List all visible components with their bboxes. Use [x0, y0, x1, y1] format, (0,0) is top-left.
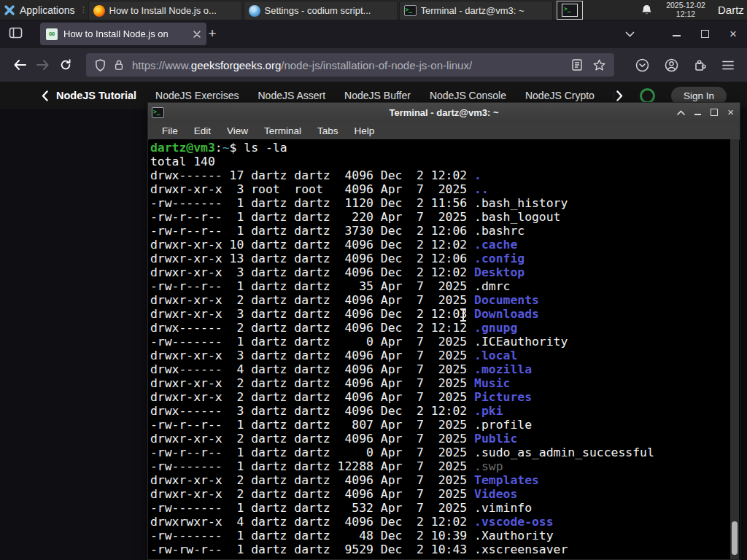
window-controls [625, 20, 747, 48]
extensions-icon[interactable] [694, 58, 707, 71]
terminal-text: -rw------- 1 dartz dartz 1120 Dec 2 11:5… [150, 196, 568, 210]
bookmark-star-icon[interactable] [593, 59, 605, 71]
clock-time: 12:12 [676, 10, 695, 19]
terminal-line: -rw------- 1 dartz dartz 0 Apr 7 2025 .I… [150, 335, 730, 349]
directory-name: Documents [474, 293, 539, 307]
terminal-text: -rw-rw-r-- 1 dartz dartz 9529 Dec 2 10:4… [150, 542, 568, 556]
scrollbar-thumb[interactable] [732, 521, 738, 555]
terminal-menu-terminal[interactable]: Terminal [256, 125, 309, 136]
forward-arrow-icon [36, 60, 49, 70]
terminal-text: drwx------ 3 dartz dartz 4096 Dec 2 12:0… [150, 404, 474, 418]
browser-tab-bar: How to Install Node.js on [0, 20, 747, 48]
terminal-line: -rw------- 1 dartz dartz 12288 Apr 7 202… [150, 459, 730, 473]
terminal-text: drwxr-xr-x 2 dartz dartz 4096 Apr 7 2025 [150, 293, 474, 307]
user-menu[interactable]: Dartz [718, 4, 744, 16]
taskbar-window-button[interactable]: How to Install Node.js o... [88, 1, 242, 20]
forward-button[interactable] [31, 54, 54, 77]
terminal-menubar: FileEditViewTerminalTabsHelp [148, 122, 740, 140]
terminal-output[interactable]: dartz@vm3:~$ ls -latotal 140drwx------ 1… [149, 139, 730, 559]
terminal-close-button[interactable] [727, 107, 734, 117]
url-bar[interactable]: https://www.geeksforgeeks.org/node-js/in… [86, 53, 614, 77]
terminal-menu-view[interactable]: View [219, 125, 256, 136]
search-icon[interactable] [640, 88, 655, 104]
nav-link[interactable]: NodeJS Crypto [525, 90, 595, 101]
terminal-shade-button[interactable] [677, 110, 685, 115]
nav-prev-chevron-icon[interactable] [42, 90, 48, 101]
terminal-text: drwx------ 2 dartz dartz 4096 Dec 2 12:1… [150, 321, 474, 335]
reload-button[interactable] [54, 54, 77, 77]
reload-icon [60, 59, 71, 71]
reader-view-icon[interactable] [572, 59, 582, 71]
terminal-line: drwxr-xr-x 2 dartz dartz 4096 Apr 7 2025… [150, 432, 730, 446]
terminal-text: drwxr-xr-x 3 dartz dartz 4096 Dec 2 12:0… [150, 307, 474, 321]
terminal-text: $ ls -la [230, 141, 287, 155]
nav-back-group[interactable]: NodeJS Tutorial [42, 90, 136, 101]
terminal-line: -rw-r--r-- 1 dartz dartz 220 Apr 7 2025 … [150, 210, 730, 224]
pocket-icon[interactable] [635, 58, 649, 72]
directory-name: .. [474, 182, 489, 196]
window-maximize-button[interactable] [701, 30, 709, 38]
terminal-text: drwxr-xr-x 10 dartz dartz 4096 Dec 2 12:… [150, 238, 474, 252]
taskbar-window-title: Terminal - dartz@vm3: ~ [421, 5, 525, 16]
nav-link[interactable]: NodeJS Console [430, 90, 506, 101]
back-arrow-icon [14, 60, 26, 70]
directory-name: .cache [474, 238, 517, 252]
terminal-line: drwx------ 4 dartz dartz 4096 Apr 7 2025… [150, 362, 730, 376]
terminal-maximize-button[interactable] [711, 109, 718, 116]
notification-bell-icon[interactable] [640, 4, 653, 16]
back-button[interactable] [9, 54, 31, 77]
terminal-text: -rw-r--r-- 1 dartz dartz 35 Apr 7 2025 .… [150, 279, 510, 293]
terminal-menu-file[interactable]: File [154, 125, 186, 136]
terminal-minimize-button[interactable] [694, 109, 701, 116]
browser-tab[interactable]: How to Install Node.js on [40, 23, 206, 45]
terminal-text: drwxr-xr-x 2 dartz dartz 4096 Apr 7 2025 [150, 473, 474, 487]
terminal-text: -rw-r--r-- 1 dartz dartz 220 Apr 7 2025 … [150, 210, 560, 224]
nav-next-chevron-icon[interactable] [616, 90, 624, 101]
nav-link-tutorial[interactable]: NodeJS Tutorial [56, 90, 136, 101]
tracking-shield-icon[interactable] [95, 59, 106, 71]
terminal-text: drwxrwxr-x 4 dartz dartz 4096 Dec 2 12:0… [150, 515, 474, 529]
terminal-menu-tabs[interactable]: Tabs [309, 125, 347, 136]
terminal-line: drwxr-xr-x 3 dartz dartz 4096 Dec 2 12:0… [150, 307, 730, 321]
directory-name: Downloads [474, 307, 539, 321]
taskbar-window-button[interactable]: Terminal - dartz@vm3: ~ [399, 1, 553, 20]
terminal-line: -rw-rw-r-- 1 dartz dartz 9529 Dec 2 10:4… [150, 542, 730, 556]
list-all-tabs-chevron-icon[interactable] [625, 31, 635, 37]
toolbar-actions [635, 58, 738, 72]
taskbar-window-button[interactable]: Settings - codium script... [244, 1, 398, 20]
terminal-text: total 140 [150, 155, 215, 168]
account-icon[interactable] [665, 58, 678, 72]
terminal-text: drwx------ 4 dartz dartz 4096 Apr 7 2025 [150, 362, 474, 376]
applications-menu[interactable]: Applications [0, 0, 80, 20]
terminal-line: drwxr-xr-x 3 root root 4096 Apr 7 2025 .… [150, 182, 730, 196]
url-path: /node-js/installation-of-node-js-on-linu… [281, 59, 472, 71]
tab-close-icon[interactable] [193, 31, 201, 38]
lock-icon[interactable] [114, 59, 124, 71]
terminal-title: Terminal - dartz@vm3: ~ [148, 107, 740, 118]
terminal-line: drwxr-xr-x 2 dartz dartz 4096 Apr 7 2025… [150, 376, 730, 390]
terminal-menu-help[interactable]: Help [347, 125, 383, 136]
top-panel: Applications How to Install Node.js o...… [0, 0, 747, 20]
firefox-view-icon[interactable] [9, 27, 23, 39]
nav-link[interactable]: NodeJS Exercises [155, 90, 239, 101]
terminal-scrollbar[interactable] [730, 139, 739, 559]
terminal-text: -rw------- 1 dartz dartz 532 Apr 7 2025 … [150, 501, 532, 515]
terminal-text: dartz@vm3 [150, 141, 215, 155]
geeksforgeeks-favicon-icon [46, 28, 58, 40]
new-tab-button[interactable] [204, 26, 220, 42]
terminal-menu-edit[interactable]: Edit [186, 125, 219, 136]
window-minimize-button[interactable] [673, 30, 681, 38]
nav-link[interactable]: NodeJS Assert [258, 90, 326, 101]
directory-name: . [474, 168, 481, 182]
nav-link[interactable]: NodeJS DNS [614, 90, 614, 101]
terminal-titlebar[interactable]: Terminal - dartz@vm3: ~ [148, 103, 740, 122]
menu-hamburger-icon[interactable] [722, 61, 734, 70]
terminal-line: -rw-r--r-- 1 dartz dartz 807 Apr 7 2025 … [150, 418, 730, 432]
nav-link[interactable]: NodeJS Buffer [344, 90, 411, 101]
window-close-button[interactable] [729, 28, 737, 40]
terminal-text: -rw-r--r-- 1 dartz dartz 3730 Dec 2 12:0… [150, 224, 525, 238]
directory-name: .gnupg [474, 321, 517, 335]
clock[interactable]: 2025-12-02 12:12 [657, 1, 714, 18]
tray-terminal-icon[interactable] [557, 1, 583, 20]
terminal-line: drwxr-xr-x 2 dartz dartz 4096 Apr 7 2025… [150, 473, 730, 487]
